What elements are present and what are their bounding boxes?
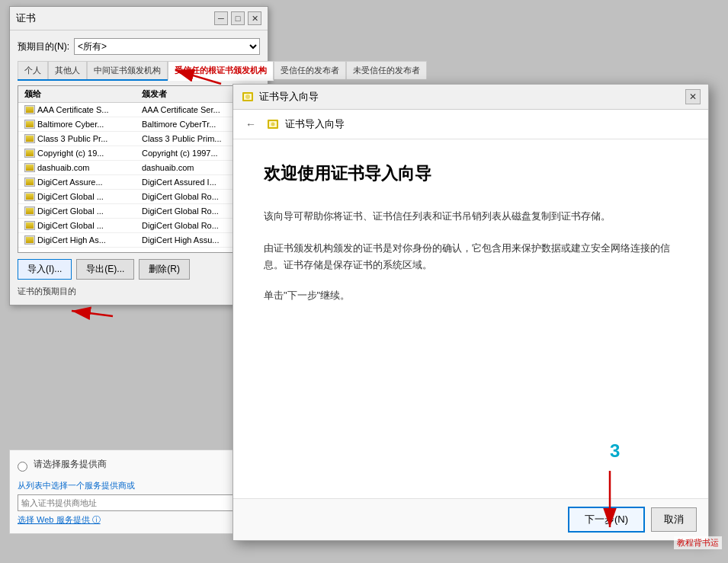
cert-icon [24, 178, 35, 187]
wizard-cancel-button[interactable]: 取消 [651, 507, 697, 532]
wizard-next-button[interactable]: 下一步(N) [568, 507, 645, 533]
cert-icon [24, 149, 35, 158]
cert-dialog-body: 预期目的(N): <所有> 个人 其他人 中间证书颁发机构 受信任的根证书颁发机… [10, 30, 268, 305]
service-section: 请选择服务提供商 从列表中选择一个服务提供商或 选择 Web 服务提供 ⓘ [9, 449, 268, 534]
table-row[interactable]: Baltimore Cyber... Baltimore CyberTr... [18, 117, 259, 132]
maximize-btn[interactable]: □ [231, 11, 245, 25]
cert-purpose-section: 证书的预期目的 [18, 286, 260, 297]
cell-issued-to: dashuaib.com [21, 162, 139, 173]
wizard-nav: ← 证书导入向导 [233, 110, 708, 139]
table-row[interactable]: DigiCert Global ... DigiCert Global Ro..… [18, 204, 259, 219]
cell-issued-to: AAA Certificate S... [21, 104, 139, 115]
cert-dialog-titlebar: 证书 ─ □ ✕ [10, 7, 268, 30]
cell-issued-to: Copyright (c) 19... [21, 148, 139, 158]
cell-issued-to: DigiCert Assure... [21, 177, 139, 187]
cell-issued-to: DigiCert Global ... [21, 206, 139, 216]
tab-trusted-root[interactable]: 受信任的根证书颁发机构 [168, 61, 274, 81]
table-row[interactable]: Copyright (c) 19... Copyright (c) 1997..… [18, 146, 259, 161]
import-button[interactable]: 导入(I)... [18, 259, 72, 280]
cell-issued-to: DigiCert Global ... [21, 220, 139, 231]
purpose-row: 预期目的(N): <所有> [18, 38, 260, 55]
wizard-footer: 下一步(N) 取消 [233, 498, 708, 540]
service-input[interactable] [18, 494, 260, 511]
col-issued-to: 颁给 [21, 88, 139, 101]
cert-list[interactable]: 颁给 颁发者 AAA Certificate S... AAA Certific… [18, 85, 260, 253]
wizard-back-button[interactable]: ← [242, 116, 259, 133]
service-desc: 从列表中选择一个服务提供商或 [18, 480, 260, 491]
wizard-title-text: 证书导入向导 [241, 90, 319, 104]
table-row[interactable]: DigiCert Assure... DigiCert Assured I... [18, 175, 259, 190]
wizard-click-hint: 单击"下一步"继续。 [264, 289, 678, 302]
cert-icon [24, 235, 35, 245]
wizard-nav-title: 证书导入向导 [265, 117, 345, 132]
cert-icon [24, 163, 35, 172]
cert-buttons: 导入(I)... 导出(E)... 删除(R) [18, 259, 260, 280]
cell-issued-to: DigiCert High As... [21, 235, 139, 245]
cert-dialog-title: 证书 [16, 11, 36, 25]
cert-nav-icon [266, 117, 280, 131]
table-row[interactable]: AAA Certificate S... AAA Certificate Ser… [18, 103, 259, 117]
delete-button[interactable]: 删除(R) [139, 259, 190, 280]
cert-icon [24, 221, 35, 230]
cert-dialog: 证书 ─ □ ✕ 预期目的(N): <所有> 个人 其他人 中间证书颁发机构 受… [9, 6, 268, 305]
purpose-select[interactable]: <所有> [74, 38, 260, 55]
svg-point-5 [271, 123, 275, 126]
wizard-desc2: 由证书颁发机构颁发的证书是对你身份的确认，它包含用来保护数据或建立安全网络连接的… [264, 240, 678, 274]
watermark: 教程背书运 [674, 536, 722, 549]
table-row[interactable]: DigiCert Global ... DigiCert Global Ro..… [18, 190, 259, 204]
purpose-label: 预期目的(N): [18, 40, 69, 53]
tab-personal[interactable]: 个人 [18, 61, 48, 79]
wizard-dialog: 证书导入向导 ✕ ← 证书导入向导 欢迎使用证书导入向导 该向导可帮助你将证书、… [233, 84, 709, 541]
table-row[interactable]: DigiCert Global ... DigiCert Global Ro..… [18, 219, 259, 233]
tab-intermediate[interactable]: 中间证书颁发机构 [87, 61, 168, 79]
export-button[interactable]: 导出(E)... [76, 259, 134, 280]
tab-others[interactable]: 其他人 [48, 61, 87, 79]
cert-tabs: 个人 其他人 中间证书颁发机构 受信任的根证书颁发机构 受信任的发布者 未受信任… [18, 61, 260, 81]
cert-icon [24, 105, 35, 114]
table-row[interactable]: dashuaib.com dashuaib.com [18, 161, 259, 175]
wizard-nav-icon [265, 117, 281, 132]
tab-trusted-publishers[interactable]: 受信任的发布者 [274, 61, 346, 79]
cert-icon [24, 206, 35, 216]
wizard-close-button[interactable]: ✕ [685, 89, 701, 104]
svg-point-2 [245, 94, 250, 99]
close-btn[interactable]: ✕ [248, 11, 261, 25]
wizard-content: 欢迎使用证书导入向导 该向导可帮助你将证书、证书信任列表和证书吊销列表从磁盘复制… [233, 139, 708, 325]
minimize-btn[interactable]: ─ [214, 11, 228, 25]
wizard-desc1: 该向导可帮助你将证书、证书信任列表和证书吊销列表从磁盘复制到证书存储。 [264, 208, 678, 225]
titlebar-controls: ─ □ ✕ [214, 11, 261, 25]
wizard-icon [241, 90, 255, 104]
service-title: 请选择服务提供商 [34, 458, 107, 471]
service-link[interactable]: 选择 Web 服务提供 ⓘ [18, 514, 260, 526]
tab-untrusted[interactable]: 未受信任的发布者 [346, 61, 427, 79]
cert-icon [24, 192, 35, 201]
cert-list-header: 颁给 颁发者 [18, 86, 259, 103]
cell-issued-to: Class 3 Public Pr... [21, 133, 139, 144]
table-row[interactable]: Class 3 Public Pr... Class 3 Public Prim… [18, 132, 259, 146]
service-radio[interactable] [18, 462, 27, 472]
wizard-heading: 欢迎使用证书导入向导 [264, 162, 678, 185]
table-row[interactable]: DigiCert High As... DigiCert High Assu..… [18, 233, 259, 248]
cert-icon [24, 134, 35, 143]
svg-line-8 [72, 311, 113, 316]
cert-icon [24, 120, 35, 129]
wizard-titlebar: 证书导入向导 ✕ [233, 85, 708, 110]
cell-issued-to: Baltimore Cyber... [21, 119, 139, 130]
cell-issued-to: DigiCert Global ... [21, 191, 139, 202]
